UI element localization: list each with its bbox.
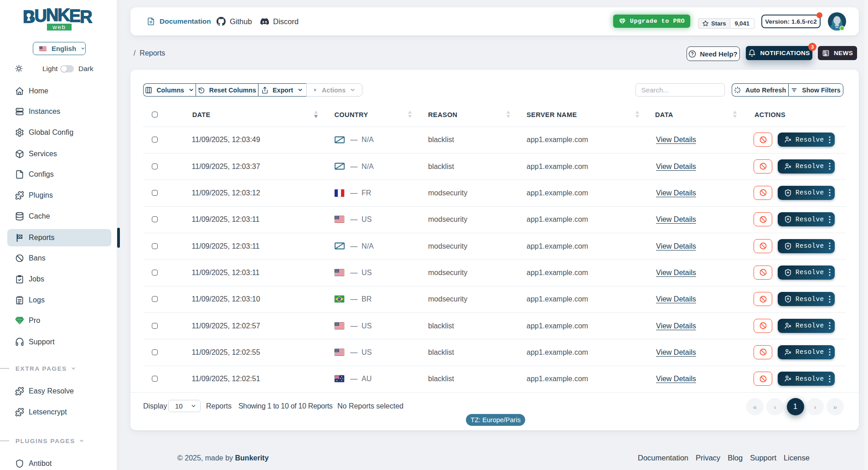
svg-text:web: web [52, 24, 66, 31]
